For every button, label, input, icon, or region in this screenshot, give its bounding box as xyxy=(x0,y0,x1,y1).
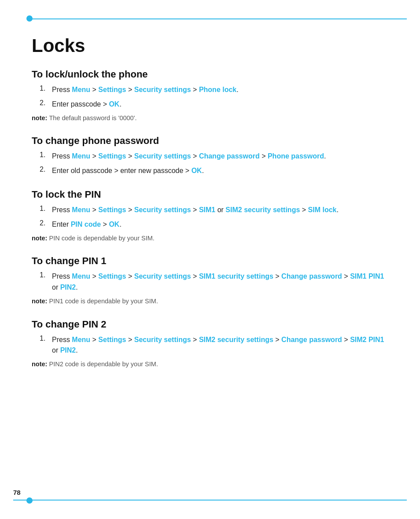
cyan-link: Menu xyxy=(72,152,90,160)
section-title-change-phone-password: To change phone password xyxy=(32,135,388,147)
section-title-lock-unlock-phone: To lock/unlock the phone xyxy=(32,69,388,80)
section-note-lock-pin: note: PIN code is dependable by your SIM… xyxy=(32,234,388,243)
cyan-link: Settings xyxy=(98,206,126,213)
step-number: 1. xyxy=(40,151,52,159)
cyan-link: Change password xyxy=(199,152,260,160)
note-label: note: xyxy=(32,114,49,121)
step-number: 1. xyxy=(40,335,52,342)
cyan-link: Security settings xyxy=(134,336,191,343)
cyan-link: Phone lock xyxy=(199,86,236,93)
steps-list-lock-unlock-phone: 1.Press Menu > Settings > Security setti… xyxy=(40,85,388,110)
cyan-link: OK xyxy=(109,100,119,108)
cyan-link: SIM1 security settings xyxy=(199,272,273,280)
step-item: 1.Press Menu > Settings > Security setti… xyxy=(40,335,388,357)
cyan-link: Security settings xyxy=(134,152,191,160)
page-title: Locks xyxy=(32,35,388,56)
note-label: note: xyxy=(32,298,49,305)
page-content: Locks To lock/unlock the phone1.Press Me… xyxy=(0,0,420,412)
section-title-lock-pin: To lock the PIN xyxy=(32,189,388,200)
step-item: 1.Press Menu > Settings > Security setti… xyxy=(40,85,388,96)
step-text: Enter old passcode > enter new passcode … xyxy=(52,166,388,177)
cyan-link: SIM2 security settings xyxy=(225,206,300,213)
cyan-link: Menu xyxy=(72,272,90,280)
cyan-link: SIM2 PIN1 xyxy=(350,336,384,343)
steps-list-change-phone-password: 1.Press Menu > Settings > Security setti… xyxy=(40,151,388,177)
step-text: Press Menu > Settings > Security setting… xyxy=(52,85,388,96)
bottom-dot xyxy=(26,497,33,504)
cyan-link: Security settings xyxy=(134,86,191,93)
step-item: 2.Enter PIN code > OK. xyxy=(40,219,388,230)
section-note-change-pin1: note: PIN1 code is dependable by your SI… xyxy=(32,297,388,306)
step-number: 1. xyxy=(40,85,52,92)
step-text: Press Menu > Settings > Security setting… xyxy=(52,335,388,357)
cyan-link: Phone password xyxy=(268,152,324,160)
note-label: note: xyxy=(32,235,49,242)
step-number: 2. xyxy=(40,166,52,173)
steps-list-lock-pin: 1.Press Menu > Settings > Security setti… xyxy=(40,205,388,230)
cyan-link: Security settings xyxy=(134,272,191,280)
step-item: 2.Enter passcode > OK. xyxy=(40,99,388,110)
cyan-link: OK xyxy=(192,167,202,174)
cyan-link: SIM2 security settings xyxy=(199,336,273,343)
cyan-link: PIN2 xyxy=(60,283,76,291)
step-number: 2. xyxy=(40,99,52,107)
section-change-phone-password: To change phone password1.Press Menu > S… xyxy=(32,135,388,177)
cyan-link: Security settings xyxy=(134,206,191,213)
cyan-link: SIM1 PIN1 xyxy=(350,272,384,280)
step-number: 2. xyxy=(40,219,52,227)
cyan-link: SIM1 xyxy=(199,206,215,213)
section-change-pin1: To change PIN 11.Press Menu > Settings >… xyxy=(32,255,388,306)
section-lock-pin: To lock the PIN1.Press Menu > Settings >… xyxy=(32,189,388,243)
cyan-link: Menu xyxy=(72,336,90,343)
section-lock-unlock-phone: To lock/unlock the phone1.Press Menu > S… xyxy=(32,69,388,123)
step-text: Press Menu > Settings > Security setting… xyxy=(52,151,388,162)
sections-container: To lock/unlock the phone1.Press Menu > S… xyxy=(32,69,388,369)
step-text: Press Menu > Settings > Security setting… xyxy=(52,271,388,293)
section-change-pin2: To change PIN 21.Press Menu > Settings >… xyxy=(32,319,388,369)
cyan-link: Menu xyxy=(72,86,90,93)
note-label: note: xyxy=(32,361,49,368)
step-text: Enter PIN code > OK. xyxy=(52,219,388,230)
cyan-link: PIN code xyxy=(71,221,101,228)
step-item: 1.Press Menu > Settings > Security setti… xyxy=(40,271,388,293)
step-item: 2.Enter old passcode > enter new passcod… xyxy=(40,166,388,177)
cyan-link: Settings xyxy=(98,86,126,93)
cyan-link: OK xyxy=(109,221,119,228)
cyan-link: Change password xyxy=(281,336,342,343)
cyan-link: Settings xyxy=(98,336,126,343)
cyan-link: Settings xyxy=(98,272,126,280)
step-number: 1. xyxy=(40,205,52,213)
section-title-change-pin1: To change PIN 1 xyxy=(32,255,388,267)
section-note-change-pin2: note: PIN2 code is dependable by your SI… xyxy=(32,360,388,369)
steps-list-change-pin1: 1.Press Menu > Settings > Security setti… xyxy=(40,271,388,293)
step-item: 1.Press Menu > Settings > Security setti… xyxy=(40,151,388,162)
step-item: 1.Press Menu > Settings > Security setti… xyxy=(40,205,388,216)
cyan-link: Menu xyxy=(72,206,90,213)
section-title-change-pin2: To change PIN 2 xyxy=(32,319,388,330)
cyan-link: Settings xyxy=(98,152,126,160)
bottom-line xyxy=(13,500,407,501)
page-number: 78 xyxy=(13,489,21,496)
cyan-link: PIN2 xyxy=(60,346,76,354)
cyan-link: Change password xyxy=(281,272,342,280)
top-line xyxy=(32,18,407,19)
cyan-link: SIM lock xyxy=(308,206,337,213)
steps-list-change-pin2: 1.Press Menu > Settings > Security setti… xyxy=(40,335,388,357)
step-number: 1. xyxy=(40,271,52,279)
step-text: Press Menu > Settings > Security setting… xyxy=(52,205,388,216)
step-text: Enter passcode > OK. xyxy=(52,99,388,110)
section-note-lock-unlock-phone: note: The default password is '0000'. xyxy=(32,114,388,123)
